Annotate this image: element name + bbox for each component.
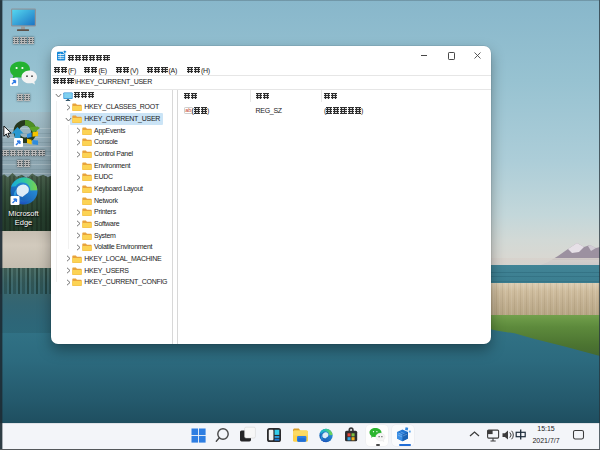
svg-text:ab: ab [185, 107, 191, 113]
